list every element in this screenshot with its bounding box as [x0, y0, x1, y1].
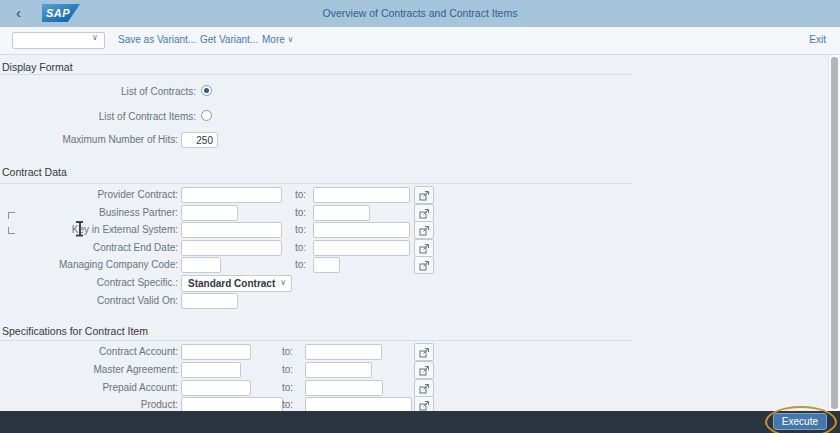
provider-contract-row: Provider Contract:to: — [0, 187, 460, 204]
exit-button[interactable]: Exit — [809, 34, 826, 45]
section-divider — [0, 183, 632, 184]
section-divider — [0, 74, 632, 75]
contract-valid-on-input[interactable] — [181, 293, 238, 309]
key-in-external-system-label: Key in External System: — [0, 222, 178, 238]
prepaid-account-multi-select-button[interactable] — [414, 379, 434, 397]
section-title-display-format: Display Format — [2, 61, 73, 73]
contract-end-date-label: Contract End Date: — [0, 240, 178, 256]
list-of-contract-items-radio[interactable] — [201, 110, 212, 121]
contract-specific-row: Contract Specific.: Standard Contract ∨ — [0, 275, 460, 292]
get-variant-button[interactable]: Get Variant... — [200, 34, 258, 45]
section-divider — [0, 340, 632, 341]
contract-account-label: Contract Account: — [0, 344, 178, 360]
business-partner-from-input[interactable] — [181, 205, 238, 221]
contract-end-date-to-label: to: — [280, 240, 306, 256]
managing-company-code-multi-select-button[interactable] — [414, 256, 434, 274]
business-partner-to-label: to: — [280, 205, 306, 221]
maximum-number-of-hits-row: Maximum Number of Hits: — [0, 132, 460, 149]
list-of-contract-items-label: List of Contract Items: — [0, 109, 196, 124]
business-partner-to-input[interactable] — [313, 205, 370, 221]
master-agreement-from-input[interactable] — [181, 362, 241, 378]
prepaid-account-to-input[interactable] — [305, 380, 383, 396]
prepaid-account-to-label: to: — [267, 380, 293, 396]
multi-select-icon — [419, 225, 430, 236]
scrollbar-thumb[interactable] — [831, 57, 838, 409]
list-of-contracts-label: List of Contracts: — [0, 84, 196, 99]
footer-bar: Execute — [0, 411, 840, 433]
managing-company-code-row: Managing Company Code:to: — [0, 257, 460, 274]
multi-select-icon — [419, 347, 430, 358]
header-bar: ‹ SAP Overview of Contracts and Contract… — [0, 0, 840, 27]
provider-contract-from-input[interactable] — [181, 187, 282, 203]
managing-company-code-label: Managing Company Code: — [0, 257, 178, 273]
master-agreement-multi-select-button[interactable] — [414, 361, 434, 379]
prepaid-account-from-input[interactable] — [181, 380, 251, 396]
business-partner-row: Business Partner:to: — [0, 205, 460, 222]
multi-select-icon — [419, 208, 430, 219]
contract-end-date-to-input[interactable] — [313, 240, 410, 256]
more-button[interactable]: More ∨ — [262, 34, 293, 45]
multi-select-icon — [419, 383, 430, 394]
master-agreement-label: Master Agreement: — [0, 362, 178, 378]
multi-select-icon — [419, 243, 430, 254]
sap-window: ‹ SAP Overview of Contracts and Contract… — [0, 0, 840, 433]
selection-corner-mark — [8, 227, 15, 234]
provider-contract-multi-select-button[interactable] — [414, 186, 434, 204]
chevron-down-icon: ∨ — [288, 35, 294, 44]
execute-button[interactable]: Execute — [773, 413, 827, 430]
list-of-contract-items-row: List of Contract Items: — [0, 109, 460, 126]
master-agreement-to-input[interactable] — [305, 362, 372, 378]
chevron-down-icon: ∨ — [280, 278, 286, 287]
contract-account-row: Contract Account:to: — [0, 344, 460, 361]
toolbar: ∨ Save as Variant... Get Variant... More… — [0, 27, 840, 55]
section-title-contract-data: Contract Data — [2, 166, 67, 178]
contract-end-date-multi-select-button[interactable] — [414, 239, 434, 257]
variant-combobox[interactable] — [12, 32, 105, 49]
contract-end-date-row: Contract End Date:to: — [0, 240, 460, 257]
business-partner-multi-select-button[interactable] — [414, 204, 434, 222]
managing-company-code-from-input[interactable] — [181, 257, 221, 273]
contract-account-from-input[interactable] — [181, 344, 251, 360]
business-partner-label: Business Partner: — [0, 205, 178, 221]
provider-contract-to-input[interactable] — [313, 187, 410, 203]
master-agreement-to-label: to: — [267, 362, 293, 378]
selection-corner-mark — [8, 212, 15, 219]
multi-select-icon — [419, 365, 430, 376]
save-as-variant-button[interactable]: Save as Variant... — [118, 34, 196, 45]
provider-contract-label: Provider Contract: — [0, 187, 178, 203]
key-in-external-system-to-input[interactable] — [313, 222, 410, 238]
maximum-number-of-hits-label: Maximum Number of Hits: — [0, 132, 178, 148]
contract-specific-value: Standard Contract — [188, 277, 275, 291]
maximum-number-of-hits-input[interactable] — [181, 132, 218, 148]
contract-valid-on-label: Contract Valid On: — [0, 293, 178, 309]
prepaid-account-label: Prepaid Account: — [0, 380, 178, 396]
key-in-external-system-multi-select-button[interactable] — [414, 221, 434, 239]
contract-account-to-label: to: — [267, 344, 293, 360]
prepaid-account-row: Prepaid Account:to: — [0, 380, 460, 397]
contract-account-multi-select-button[interactable] — [414, 343, 434, 361]
provider-contract-to-label: to: — [280, 187, 306, 203]
multi-select-icon — [419, 190, 430, 201]
key-in-external-system-row: Key in External System:to: — [0, 222, 460, 239]
contract-account-to-input[interactable] — [305, 344, 382, 360]
master-agreement-row: Master Agreement:to: — [0, 362, 460, 379]
contract-specific-select[interactable]: Standard Contract ∨ — [181, 275, 292, 292]
contract-specific-label: Contract Specific.: — [0, 275, 178, 291]
multi-select-icon — [419, 260, 430, 271]
page-title: Overview of Contracts and Contract Items — [0, 7, 840, 19]
multi-select-icon — [419, 400, 430, 411]
contract-valid-on-row: Contract Valid On: — [0, 293, 460, 310]
key-in-external-system-from-input[interactable] — [181, 222, 282, 238]
vertical-scrollbar — [828, 55, 840, 411]
managing-company-code-to-label: to: — [280, 257, 306, 273]
key-in-external-system-to-label: to: — [280, 222, 306, 238]
list-of-contracts-radio[interactable] — [201, 85, 212, 96]
list-of-contracts-row: List of Contracts: — [0, 84, 460, 101]
section-title-specifications: Specifications for Contract Item — [2, 325, 148, 337]
contract-end-date-from-input[interactable] — [181, 240, 282, 256]
managing-company-code-to-input[interactable] — [313, 257, 340, 273]
